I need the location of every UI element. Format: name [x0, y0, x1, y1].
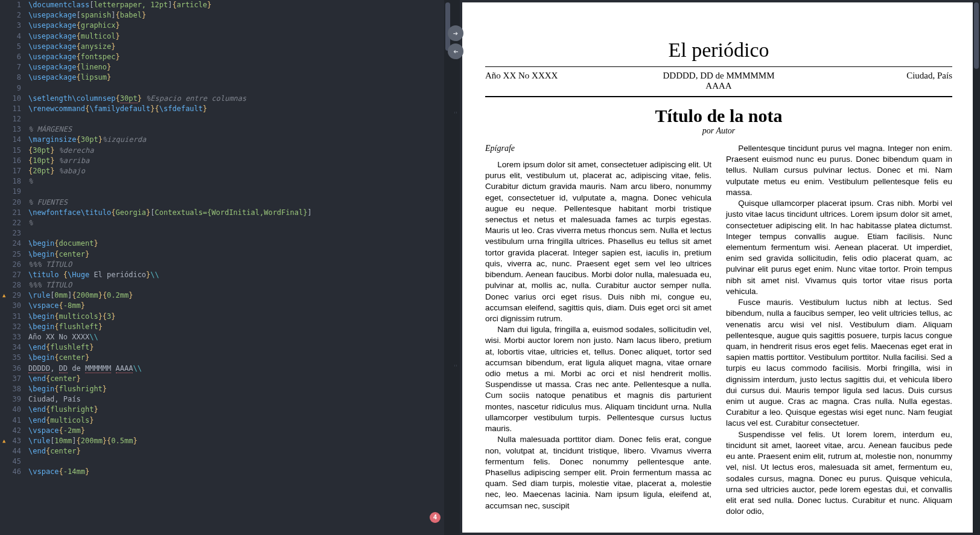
code-line[interactable]: % [28, 176, 451, 187]
code-line[interactable]: \end{center} [28, 446, 451, 457]
body-paragraph: Nam dui ligula, fringilla a, euismod sod… [485, 324, 711, 434]
code-line[interactable]: ▾\begin{document} [28, 239, 451, 249]
line-number: 13 [0, 124, 21, 135]
code-line[interactable]: \vspace{-14mm} [28, 467, 451, 477]
code-area[interactable]: 1234567891011121314151617181920212223242… [0, 0, 451, 535]
line-number: 42 [0, 426, 21, 436]
code-line[interactable]: \end{flushleft} [28, 342, 451, 353]
line-number: 37 [0, 374, 21, 384]
line-number: 5 [0, 42, 21, 52]
code-line[interactable]: ▾\begin{flushright} [28, 384, 451, 394]
code-line[interactable]: ▾\begin{flushleft} [28, 322, 451, 332]
body-paragraph: Suspendisse vel felis. Ut lorem lorem, i… [726, 429, 952, 517]
line-number: 14 [0, 135, 21, 145]
epigraph: Epígrafe [485, 143, 711, 155]
line-number: 36 [0, 364, 21, 374]
code-line[interactable]: \rule[0mm]{200mm}{0.2mm} [28, 290, 451, 301]
code-line[interactable]: % MÁRGENES [28, 124, 451, 135]
newspaper-title: El periódico [485, 39, 952, 62]
code-line[interactable]: %%% TÍTULO [28, 260, 451, 270]
scroll-thumb[interactable] [974, 2, 979, 69]
code-line[interactable]: \titulo {\Huge El periódico}\\ [28, 270, 451, 280]
code-line[interactable] [28, 114, 451, 124]
body-paragraph: Lorem ipsum dolor sit amet, consectetuer… [485, 159, 711, 324]
code-line[interactable]: \usepackage[spanish]{babel} [28, 10, 451, 21]
meta-issue: Año XX No XXXX [485, 71, 641, 91]
body-paragraph: Quisque ullamcorper placerat ipsum. Cras… [726, 198, 952, 297]
line-number: 7 [0, 62, 21, 72]
meta-date-line2: AAAA [705, 81, 731, 91]
line-number: 17 [0, 166, 21, 176]
code-line[interactable]: \usepackage{lineno} [28, 62, 451, 72]
code-line[interactable]: Ciudad, País [28, 394, 451, 405]
code-line[interactable] [28, 228, 451, 239]
code-line[interactable]: ▾\begin{center} [28, 353, 451, 363]
code-line[interactable]: ▾\begin{multicols}{3} [28, 312, 451, 322]
pane-divider[interactable]: ➔ ➔ ⋮⋮ ⋮⋮ [451, 0, 460, 535]
line-number: 4 [0, 31, 21, 42]
preview-scrollbar[interactable] [973, 0, 980, 535]
line-number: 44 [0, 446, 21, 457]
code-line[interactable]: \documentclass[letterpaper, 12pt]{articl… [28, 0, 451, 10]
line-number: 2 [0, 10, 21, 21]
editor-pane: 1234567891011121314151617181920212223242… [0, 0, 451, 535]
code-line[interactable]: \usepackage{anysize} [28, 42, 451, 52]
line-number: 46 [0, 467, 21, 477]
line-number: 3 [0, 21, 21, 31]
article-columns: Epígrafe Lorem ipsum dolor sit amet, con… [485, 143, 952, 517]
line-number: 10 [0, 94, 21, 104]
sync-to-pdf-button[interactable]: ➔ [448, 25, 463, 41]
line-number: 1 [0, 0, 21, 10]
line-number: 18 [0, 176, 21, 187]
code-line[interactable]: \usepackage{lipsum} [28, 72, 451, 83]
code-line[interactable]: {20pt} %abajo [28, 166, 451, 176]
editor-scrollbar[interactable] [444, 0, 451, 535]
line-number: 16 [0, 156, 21, 166]
sync-to-source-button[interactable]: ➔ [448, 43, 463, 59]
code-line[interactable]: % [28, 218, 451, 228]
pdf-page[interactable]: El periódico Año XX No XXXX DDDDD, DD de… [462, 2, 975, 533]
line-number: 15 [0, 146, 21, 156]
error-badge[interactable]: 4 [430, 512, 441, 523]
line-number: 6 [0, 52, 21, 62]
line-number: 28 [0, 280, 21, 290]
line-number: 21 [0, 208, 21, 218]
code-line[interactable]: \newfontface\titulo{Georgia}[Contextuals… [28, 208, 451, 218]
code-line[interactable]: \marginsize{30pt}%izquierda [28, 135, 451, 145]
line-number: 8 [0, 72, 21, 83]
code-line[interactable]: % FUENTES [28, 197, 451, 208]
body-paragraph: Pellentesque tincidunt purus vel magna. … [726, 143, 952, 198]
code-line[interactable] [28, 457, 451, 467]
line-number: 12 [0, 114, 21, 124]
line-number: 20 [0, 197, 21, 208]
line-number: 32 [0, 322, 21, 332]
code-line[interactable]: ▾\begin{center} [28, 249, 451, 260]
code-line[interactable]: \usepackage{graphicx} [28, 21, 451, 31]
code-line[interactable]: \end{flushright} [28, 405, 451, 415]
code-line[interactable]: \vspace{-2mm} [28, 426, 451, 436]
code-line[interactable]: Año XX No XXXX\\ [28, 332, 451, 342]
meta-date: DDDDD, DD de MMMMMM AAAA [641, 71, 797, 91]
line-number: 30 [0, 301, 21, 311]
line-number: 35 [0, 353, 21, 363]
code-line[interactable]: \end{multicols} [28, 415, 451, 426]
code-line[interactable]: %%% TÍTULO [28, 280, 451, 290]
code-line[interactable]: \setlength\columnsep{30pt} %Espacio entr… [28, 94, 451, 104]
code-line[interactable]: \usepackage{multicol} [28, 31, 451, 42]
code-line[interactable]: {30pt} %derecha [28, 146, 451, 156]
line-number: 39 [0, 394, 21, 405]
code-line[interactable] [28, 83, 451, 94]
line-gutter: 1234567891011121314151617181920212223242… [0, 0, 26, 535]
arrow-right-icon: ➔ [453, 28, 458, 38]
code-content[interactable]: \documentclass[letterpaper, 12pt]{articl… [26, 0, 451, 535]
code-line[interactable]: \rule[10mm]{200mm}{0.5mm} [28, 436, 451, 446]
scroll-thumb[interactable] [445, 2, 450, 51]
line-number: 41 [0, 415, 21, 426]
code-line[interactable]: {10pt} %arriba [28, 156, 451, 166]
code-line[interactable]: \usepackage{fontspec} [28, 52, 451, 62]
code-line[interactable]: DDDDD, DD de MMMMMM AAAA\\ [28, 364, 451, 374]
code-line[interactable] [28, 187, 451, 197]
code-line[interactable]: \end{center} [28, 374, 451, 384]
code-line[interactable]: \vspace{-8mm} [28, 301, 451, 311]
code-line[interactable]: \renewcommand{\familydefault}{\sfdefault… [28, 104, 451, 114]
